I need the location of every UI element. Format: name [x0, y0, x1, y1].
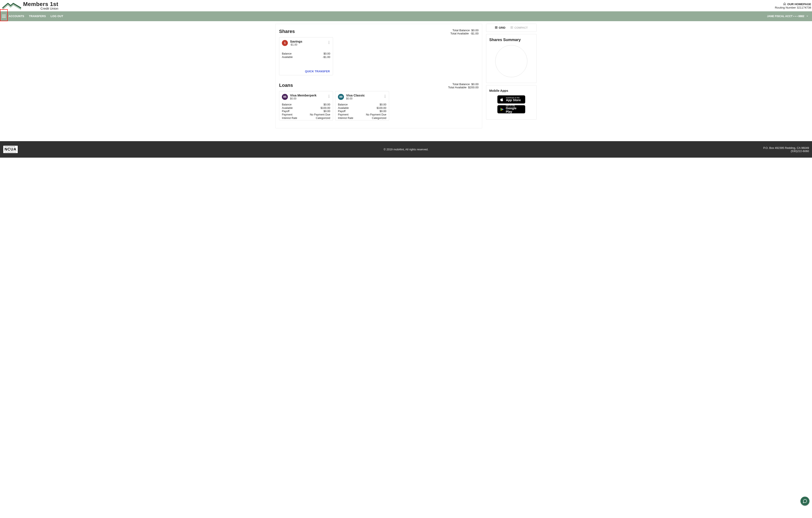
account-name: Visa Memberperk: [290, 93, 317, 97]
app-store-button[interactable]: Download on the App Store: [497, 95, 525, 103]
shares-totals: Total Balance $0.00 Total Available -$1.…: [450, 29, 478, 35]
loans-total-available-value: $200.00: [468, 86, 478, 89]
shares-total-balance-label: Total Balance: [453, 29, 470, 32]
card-menu-button[interactable]: ⋮: [327, 40, 331, 44]
hamburger-menu-button[interactable]: [0, 10, 8, 22]
footer-copyright: © 2019 mobi¢int, All rights reserved.: [383, 148, 428, 151]
header-right: OUR HOMEPAGE Routing Number 321174738: [775, 2, 811, 9]
loans-total-balance-label: Total Balance: [453, 83, 470, 86]
top-header: Members 1st Credit Union OUR HOMEPAGE Ro…: [0, 0, 812, 11]
google-play-button[interactable]: GET IT ON Google Play: [497, 105, 525, 113]
play-big: Google Play: [506, 107, 523, 114]
view-toggle: GRID COMPACT: [486, 24, 536, 32]
shares-summary-card: Shares Summary: [486, 34, 536, 83]
account-subtitle: -$1.00: [290, 43, 302, 46]
account-badge: 99: [338, 94, 344, 100]
metric-value: Categorized: [372, 117, 386, 120]
brand-name: Members 1st: [23, 1, 58, 7]
view-grid-label: GRID: [499, 26, 505, 29]
main-panel: Shares Total Balance $0.00 Total Availab…: [276, 24, 482, 128]
metric-key: Interest Rate: [338, 117, 353, 120]
nav-accounts[interactable]: ACCOUNTS: [8, 15, 24, 18]
metric-key: Interest Rate: [282, 117, 297, 120]
home-icon: [783, 2, 786, 6]
metric-key: Payoff: [338, 110, 345, 113]
metric-value: $100.00: [321, 106, 330, 110]
loans-totals: Total Balance $0.00 Total Available $200…: [448, 83, 478, 89]
loan-card-classic[interactable]: 99 Visa Classic $0.00 ⋮ Balance$0.00 Ava…: [335, 91, 389, 120]
main-navbar: ACCOUNTS TRANSFERS LOG OUT JANE FISCAL A…: [0, 11, 812, 21]
metric-key: Balance: [338, 103, 348, 106]
metric-key: Available: [282, 106, 293, 110]
loans-title: Loans: [279, 83, 293, 88]
apple-icon: [499, 97, 504, 101]
shares-title: Shares: [279, 29, 295, 34]
account-badge: 95: [282, 94, 288, 100]
svg-rect-5: [511, 27, 513, 29]
metric-value: No Payment Due: [310, 113, 330, 117]
account-selector[interactable]: JANE FISCAL ACCT • • • 8882: [767, 15, 810, 18]
metric-value: No Payment Due: [366, 113, 386, 117]
ncua-badge: Federally insured by NCUA NCUA Your savi…: [3, 146, 18, 153]
brand-logo[interactable]: Members 1st Credit Union: [2, 1, 58, 10]
metric-key: Available: [338, 106, 349, 110]
google-play-icon: [499, 108, 504, 111]
brand-text: Members 1st Credit Union: [23, 1, 58, 10]
brand-tagline: Credit Union: [23, 7, 58, 10]
homepage-label: OUR HOMEPAGE: [787, 3, 811, 6]
metric-key: Balance: [282, 103, 291, 106]
shares-total-available-value: -$1.00: [470, 32, 478, 35]
account-badge: 1: [282, 40, 288, 46]
shares-total-available-label: Total Available: [450, 32, 469, 35]
grid-icon: [495, 26, 498, 30]
account-name: Savings: [290, 39, 302, 43]
footer: Federally insured by NCUA NCUA Your savi…: [0, 141, 812, 158]
homepage-link[interactable]: OUR HOMEPAGE: [775, 2, 811, 6]
chevron-down-icon: [806, 15, 809, 18]
svg-rect-0: [495, 27, 497, 29]
donut-chart-placeholder: [495, 45, 527, 77]
metric-value: -$1.00: [323, 56, 330, 59]
metric-value: $100.00: [377, 106, 386, 110]
metric-value: $0.00: [380, 103, 386, 106]
mobile-apps-card: Mobile Apps Download on the App Store GE…: [486, 85, 536, 120]
metric-key: Available: [282, 56, 293, 59]
account-subtitle: $0.00: [290, 97, 317, 100]
loans-total-balance-value: $0.00: [471, 83, 478, 86]
card-menu-button[interactable]: ⋮: [383, 94, 387, 98]
footer-phone: (530)222-6060: [763, 150, 809, 153]
nav-transfers[interactable]: TRANSFERS: [29, 15, 46, 18]
quick-transfer-button[interactable]: QUICK TRANSFER: [305, 70, 330, 73]
metric-value: $0.00: [380, 110, 386, 113]
metric-key: Payment: [282, 113, 292, 117]
account-subtitle: $0.00: [346, 97, 365, 100]
hamburger-icon: [2, 15, 6, 18]
view-grid-button[interactable]: GRID: [495, 26, 505, 30]
routing-number: Routing Number 321174738: [775, 6, 811, 9]
view-compact-label: COMPACT: [514, 26, 528, 29]
ncua-label: NCUA: [4, 147, 17, 152]
card-menu-button[interactable]: ⋮: [327, 94, 331, 98]
footer-address: P.O. Box 492395 Redding, CA 96049: [763, 146, 809, 150]
loans-total-available-label: Total Available: [448, 86, 467, 89]
metric-value: $0.00: [324, 52, 330, 56]
metric-value: $0.00: [324, 103, 330, 106]
metric-value: Categorized: [316, 117, 330, 120]
account-name: Visa Classic: [346, 93, 365, 97]
shares-total-balance-value: $0.00: [471, 29, 478, 32]
mobile-apps-title: Mobile Apps: [489, 89, 533, 92]
loan-card-memberperk[interactable]: 95 Visa Memberperk $0.00 ⋮ Balance$0.00 …: [279, 91, 333, 120]
metric-key: Balance: [282, 52, 291, 56]
mountain-logo-icon: [2, 1, 21, 10]
view-compact-button[interactable]: COMPACT: [511, 26, 528, 30]
appstore-big: App Store: [506, 99, 521, 102]
share-card-savings[interactable]: 1 Savings -$1.00 ⋮ Balance$0.00 Availabl…: [279, 37, 333, 75]
account-selector-label: JANE FISCAL ACCT • • • 8882: [767, 15, 804, 18]
nav-logout[interactable]: LOG OUT: [51, 15, 63, 18]
metric-key: Payoff: [282, 110, 289, 113]
shares-summary-title: Shares Summary: [489, 38, 533, 42]
list-icon: [511, 26, 513, 30]
metric-key: Payment: [338, 113, 348, 117]
metric-value: $0.00: [324, 110, 330, 113]
